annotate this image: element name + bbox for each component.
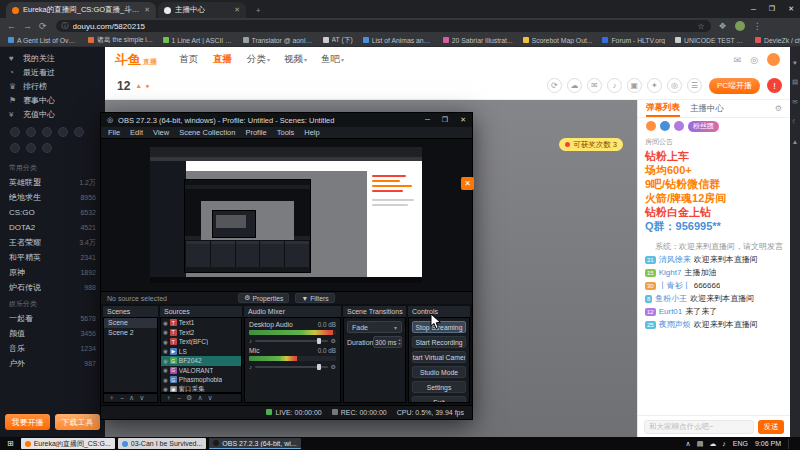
toolbar-icon[interactable]: ☁: [567, 78, 582, 93]
quick-icon[interactable]: [42, 143, 52, 153]
obs-maximize-icon[interactable]: ❐: [442, 116, 448, 124]
extensions-icon[interactable]: ❖: [719, 21, 727, 31]
chat-input[interactable]: 和大家聊点什么吧~: [644, 420, 754, 434]
sidebar-category-item[interactable]: 和平精英 2341: [0, 250, 105, 265]
reload-icon[interactable]: ⟳: [39, 21, 47, 31]
scenes-tool-icon[interactable]: −: [120, 395, 124, 402]
nav-item[interactable]: 鱼吧 ▾: [321, 53, 344, 66]
browser-profile-avatar[interactable]: [735, 21, 745, 31]
obs-minimize-icon[interactable]: ─: [425, 116, 430, 124]
sources-tool-icon[interactable]: −: [177, 395, 181, 402]
taskbar-app-button[interactable]: Eureka的直播间_CS:G...: [21, 438, 115, 449]
site-info-icon[interactable]: ⓘ: [62, 21, 69, 31]
eye-icon[interactable]: ◉: [163, 339, 168, 345]
sources-tool-icon[interactable]: ＋: [165, 393, 172, 403]
source-item[interactable]: ◉ T Text2: [161, 328, 241, 338]
eye-icon[interactable]: ◉: [163, 377, 168, 383]
browser-menu-icon[interactable]: ⋮: [753, 21, 762, 31]
quick-icon[interactable]: [26, 127, 36, 137]
filters-button[interactable]: ▼Filters: [295, 293, 334, 303]
popup-close-button[interactable]: ✕: [461, 177, 474, 190]
browser-tab-host-center[interactable]: 主播中心 ✕: [158, 2, 246, 18]
eye-icon[interactable]: ◉: [163, 320, 168, 326]
start-streaming-button[interactable]: 我要开播: [5, 414, 50, 430]
nav-item[interactable]: 直播: [213, 53, 233, 66]
toolbar-icon[interactable]: ☰: [687, 78, 702, 93]
sources-tool-icon[interactable]: ∧: [197, 394, 202, 402]
noble-avatar[interactable]: [674, 121, 684, 131]
obs-close-icon[interactable]: ✕: [460, 116, 466, 124]
tray-icon[interactable]: ∧: [686, 440, 691, 448]
browser-tab-douyu-room[interactable]: Eureka的直播间_CS:GO直播_斗鱼直播 ✕: [6, 2, 156, 18]
obs-control-button[interactable]: Start Recording: [412, 336, 466, 348]
chat-username[interactable]: 鱼粉小王: [655, 292, 687, 305]
slider-handle[interactable]: [317, 364, 321, 370]
source-item[interactable]: ◉ T Text(BFC): [161, 337, 241, 347]
sidebar-menu-item[interactable]: ◔ 最近看过: [0, 65, 105, 79]
noble-avatar[interactable]: [660, 121, 670, 131]
back-icon[interactable]: ←: [7, 21, 16, 31]
scenes-tool-icon[interactable]: ∨: [139, 394, 144, 402]
sidebar-menu-item[interactable]: ♛ 排行榜: [0, 79, 105, 93]
sidebar-menu-item[interactable]: ¥ 充值中心: [0, 107, 105, 121]
toolbar-icon[interactable]: ♪: [607, 78, 622, 93]
bookmark-star-icon[interactable]: ☆: [697, 22, 704, 31]
bookmark-item[interactable]: 20 Sabriar Illustrat...: [443, 37, 513, 44]
chat-username[interactable]: Eurt01: [659, 305, 683, 318]
rail-icon[interactable]: ▤: [792, 78, 798, 86]
quick-icon[interactable]: [10, 127, 20, 137]
sidebar-category-item[interactable]: 绝地求生 8956: [0, 190, 105, 205]
obs-control-button[interactable]: Studio Mode: [412, 366, 466, 378]
alert-icon[interactable]: !: [767, 78, 782, 93]
transition-select[interactable]: Fade ▾: [347, 321, 402, 333]
sources-tool-icon[interactable]: ∨: [208, 394, 213, 402]
chat-tab-host[interactable]: 主播中心: [690, 103, 724, 115]
spinner-arrows-icon[interactable]: ▴▾: [398, 338, 400, 346]
quick-icon[interactable]: [42, 127, 52, 137]
tab-close-icon[interactable]: ✕: [234, 6, 240, 14]
volume-slider[interactable]: [255, 366, 328, 368]
address-bar[interactable]: ⓘ douyu.com/5820215 ☆: [56, 20, 711, 32]
chat-username[interactable]: 清风徐来: [659, 253, 691, 266]
sidebar-category-item[interactable]: 原神 1892: [0, 265, 105, 280]
obs-menu-item[interactable]: Edit: [130, 128, 143, 137]
bookmark-item[interactable]: AT (下): [323, 35, 353, 45]
obs-menu-item[interactable]: Help: [304, 128, 319, 137]
source-item[interactable]: ◉ G BF2042: [161, 356, 241, 366]
chat-username[interactable]: Kight7: [659, 266, 682, 279]
sidebar-category-item[interactable]: 颜值 3456: [0, 326, 105, 341]
bookmark-item[interactable]: UNICODE TEST x4E...: [675, 37, 745, 44]
duration-spinbox[interactable]: 300 ms ▴▾: [373, 336, 402, 348]
rail-icon[interactable]: ✉: [792, 98, 797, 106]
rail-icon[interactable]: ▲: [792, 138, 798, 145]
chat-settings-icon[interactable]: ⚙: [775, 104, 782, 113]
nav-item[interactable]: 分类 ▾: [247, 53, 270, 66]
sidebar-category-item[interactable]: 音乐 1234: [0, 341, 105, 356]
obs-menu-item[interactable]: Tools: [277, 128, 295, 137]
eye-icon[interactable]: ◉: [163, 386, 168, 392]
eye-icon[interactable]: ◉: [163, 367, 168, 373]
toolbar-icon[interactable]: ⟳: [547, 78, 562, 93]
url-text[interactable]: douyu.com/5820215: [73, 22, 694, 31]
bookmark-item[interactable]: Scorebot Map Out...: [523, 37, 593, 44]
toolbar-icon[interactable]: ✉: [587, 78, 602, 93]
clock[interactable]: 9:06 PM: [755, 440, 781, 447]
scenes-tool-icon[interactable]: ＋: [108, 393, 115, 403]
toolbar-icon[interactable]: ◎: [667, 78, 682, 93]
source-item[interactable]: ◉ T Text1: [161, 318, 241, 328]
slider-handle[interactable]: [317, 338, 321, 344]
fan-club-pill[interactable]: 粉丝团: [688, 121, 719, 132]
gear-icon[interactable]: ⚙: [331, 337, 336, 344]
nav-item[interactable]: 首页: [179, 53, 199, 66]
bookmark-item[interactable]: A Gent List of Over...: [8, 37, 78, 44]
taskbar-app-button[interactable]: OBS 27.2.3 (64-bit, wi...: [209, 438, 300, 449]
obs-menu-item[interactable]: View: [153, 128, 169, 137]
sidebar-category-item[interactable]: 炉石传说 988: [0, 280, 105, 295]
scene-item[interactable]: Scene 2: [104, 328, 157, 338]
sidebar-category-item[interactable]: CS:GO 6532: [0, 205, 105, 220]
source-item[interactable]: ◉ ▣ 窗口采集: [161, 385, 241, 394]
toolbar-icon[interactable]: ✦: [647, 78, 662, 93]
source-item[interactable]: ◉ G VALORANT: [161, 366, 241, 376]
speaker-icon[interactable]: ♪: [249, 338, 252, 344]
gear-icon[interactable]: ⚙: [331, 363, 336, 370]
